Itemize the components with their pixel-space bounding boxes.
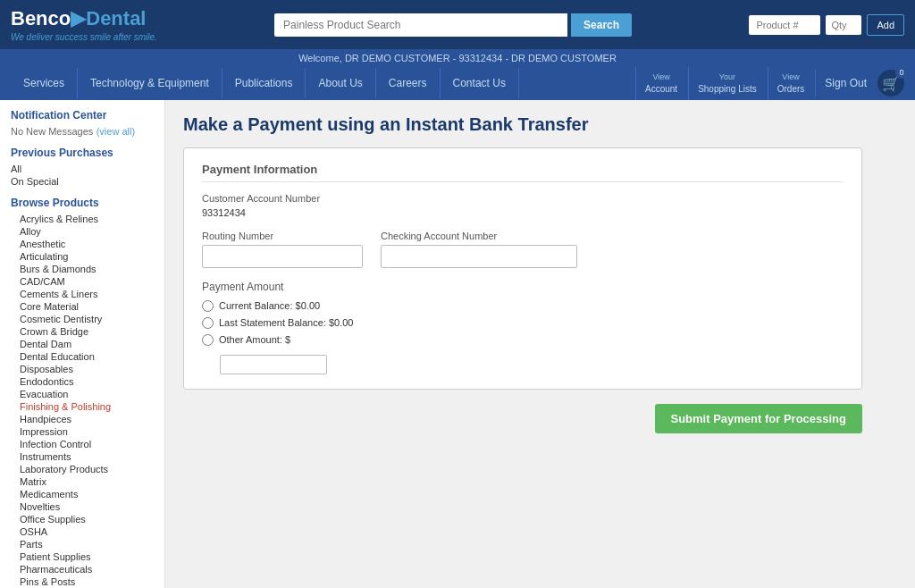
payment-amount-section: Payment Amount Current Balance: $0.00 La… — [202, 281, 844, 374]
cat-disposables[interactable]: Disposables — [11, 363, 154, 375]
header: Benco▶Dental We deliver success smile af… — [0, 0, 915, 49]
cat-alloy[interactable]: Alloy — [11, 225, 154, 238]
orders-label: Orders — [777, 83, 805, 95]
nav-orders[interactable]: View Orders — [768, 67, 814, 100]
last-statement-radio[interactable] — [202, 317, 214, 329]
cat-patient[interactable]: Patient Supplies — [11, 550, 154, 563]
cat-handpieces[interactable]: Handpieces — [11, 413, 154, 425]
nav-left: Services Technology & Equipment Publicat… — [11, 68, 519, 98]
cat-dental-edu[interactable]: Dental Education — [11, 350, 154, 363]
nav-item-careers[interactable]: Careers — [376, 68, 441, 98]
content-area: Make a Payment using an Instant Bank Tra… — [165, 100, 915, 588]
cat-articulating[interactable]: Articulating — [11, 250, 154, 263]
cat-matrix[interactable]: Matrix — [11, 475, 154, 488]
checking-label: Checking Account Number — [381, 231, 577, 241]
cat-burs[interactable]: Burs & Diamonds — [11, 263, 154, 275]
customer-account-value: 93312434 — [202, 207, 844, 218]
cat-cadcam[interactable]: CAD/CAM — [11, 275, 154, 288]
cat-cosmetic[interactable]: Cosmetic Dentistry — [11, 313, 154, 325]
last-statement-label: Last Statement Balance: $0.00 — [219, 317, 353, 328]
cat-cements[interactable]: Cements & Liners — [11, 288, 154, 300]
cat-endodontics[interactable]: Endodontics — [11, 375, 154, 388]
cat-infection[interactable]: Infection Control — [11, 438, 154, 450]
shopping-lists-label: Shopping Lists — [698, 83, 757, 95]
logo-dental: Dental — [86, 7, 146, 29]
search-area: Search — [274, 13, 632, 37]
other-amount-label: Other Amount: $ — [219, 334, 290, 345]
cat-acrylics[interactable]: Acrylics & Relines — [11, 213, 154, 225]
add-button[interactable]: Add — [867, 14, 904, 36]
payment-radio-group: Current Balance: $0.00 Last Statement Ba… — [202, 300, 844, 374]
qty-input[interactable] — [826, 15, 861, 35]
product-number-input[interactable] — [749, 15, 820, 35]
account-view-label: View — [652, 72, 669, 83]
logo-brand: Benco — [11, 7, 71, 29]
logo-text: Benco▶Dental — [11, 7, 157, 30]
nav-item-contact[interactable]: Contact Us — [441, 68, 519, 98]
cat-anesthetic[interactable]: Anesthetic — [11, 238, 154, 250]
cat-lab[interactable]: Laboratory Products — [11, 463, 154, 475]
last-statement-option[interactable]: Last Statement Balance: $0.00 — [202, 317, 844, 329]
main-layout: Notification Center No New Messages (vie… — [0, 100, 915, 588]
current-balance-label: Current Balance: $0.00 — [219, 300, 320, 311]
cat-novelties[interactable]: Novelties — [11, 500, 154, 513]
notification-title: Notification Center — [11, 109, 154, 122]
shopping-your-label: Your — [719, 72, 735, 83]
bank-info-row: Routing Number Checking Account Number — [202, 231, 844, 268]
nav-item-about[interactable]: About Us — [306, 68, 375, 98]
cat-medicaments[interactable]: Medicaments — [11, 488, 154, 500]
cat-dental-dam[interactable]: Dental Dam — [11, 338, 154, 350]
cat-parts[interactable]: Parts — [11, 538, 154, 550]
logo: Benco▶Dental We deliver success smile af… — [11, 7, 157, 42]
sign-out-button[interactable]: Sign Out — [815, 70, 876, 97]
cat-office-supplies[interactable]: Office Supplies — [11, 513, 154, 525]
cat-core[interactable]: Core Material — [11, 300, 154, 313]
other-amount-option[interactable]: Other Amount: $ — [202, 334, 844, 346]
customer-account-label: Customer Account Number — [202, 193, 844, 204]
cat-evacuation[interactable]: Evacuation — [11, 388, 154, 400]
cat-impression[interactable]: Impression — [11, 425, 154, 438]
search-input[interactable] — [274, 13, 567, 37]
nav-account[interactable]: View Account — [635, 67, 686, 100]
checking-col: Checking Account Number — [381, 231, 577, 268]
routing-input[interactable] — [202, 245, 363, 268]
cat-osha[interactable]: OSHA — [11, 525, 154, 538]
cat-pins[interactable]: Pins & Posts — [11, 575, 154, 588]
cart-badge: 0 — [895, 66, 908, 79]
view-all-link[interactable]: (view all) — [97, 126, 135, 137]
other-amount-radio[interactable] — [202, 334, 214, 346]
nav-item-publications[interactable]: Publications — [222, 68, 306, 98]
nav-item-technology[interactable]: Technology & Equipment — [78, 68, 222, 98]
checking-input[interactable] — [381, 245, 577, 268]
payment-section-title: Payment Information — [202, 163, 844, 182]
header-right: Add — [749, 14, 904, 36]
nav-right: View Account Your Shopping Lists View Or… — [635, 67, 904, 100]
current-balance-option[interactable]: Current Balance: $0.00 — [202, 300, 844, 312]
page-title: Make a Payment using an Instant Bank Tra… — [183, 114, 897, 135]
cat-pharma[interactable]: Pharmaceuticals — [11, 563, 154, 575]
payment-box: Payment Information Customer Account Num… — [183, 147, 862, 390]
submit-area: Submit Payment for Processing — [183, 404, 862, 433]
payment-amount-label: Payment Amount — [202, 281, 844, 293]
customer-account-group: Customer Account Number 93312434 — [202, 193, 844, 218]
cat-finishing[interactable]: Finishing & Polishing — [11, 400, 154, 413]
cat-instruments[interactable]: Instruments — [11, 450, 154, 463]
other-amount-input[interactable] — [220, 355, 327, 374]
welcome-bar: Welcome, DR DEMO CUSTOMER - 93312434 - D… — [0, 49, 915, 67]
cat-crown[interactable]: Crown & Bridge — [11, 325, 154, 338]
main-nav: Services Technology & Equipment Publicat… — [0, 67, 915, 100]
cart-icon[interactable]: 🛒 0 — [877, 70, 904, 97]
previous-purchases-title: Previous Purchases — [11, 147, 154, 159]
sidebar: Notification Center No New Messages (vie… — [0, 100, 165, 588]
prev-all[interactable]: All — [11, 163, 154, 175]
current-balance-radio[interactable] — [202, 300, 214, 312]
logo-arrow: ▶ — [71, 7, 86, 29]
prev-on-special[interactable]: On Special — [11, 175, 154, 188]
submit-payment-button[interactable]: Submit Payment for Processing — [655, 404, 863, 433]
routing-label: Routing Number — [202, 231, 363, 241]
nav-shopping-lists[interactable]: Your Shopping Lists — [688, 67, 766, 100]
nav-item-services[interactable]: Services — [11, 68, 78, 98]
notification-message: No New Messages — [11, 126, 93, 137]
routing-col: Routing Number — [202, 231, 363, 268]
search-button[interactable]: Search — [571, 13, 632, 37]
